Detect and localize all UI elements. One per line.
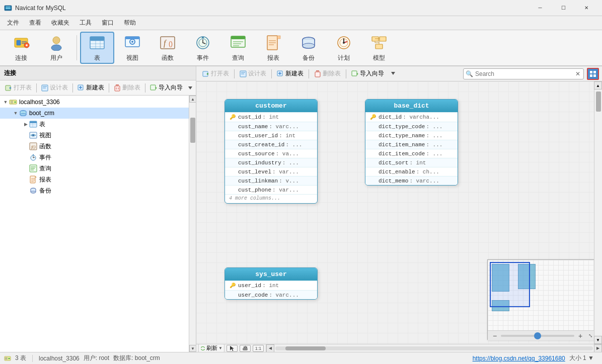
maximize-button[interactable]: ☐ (552, 0, 575, 16)
content-import-wizard[interactable]: 导入向导 (348, 68, 387, 79)
key-icon: 🔑 (229, 114, 236, 121)
cursor-tool[interactable] (227, 345, 238, 352)
horizontal-scrollbar[interactable]: 刷新 ▼ 1:1 ◀ (196, 344, 602, 352)
sidebar-scroll-up[interactable]: ▲ (189, 96, 196, 103)
svg-rect-22 (125, 37, 139, 39)
toolbar-user-button[interactable]: 用户 (39, 32, 73, 64)
field-cust-id: 🔑 cust_id : int (225, 112, 317, 122)
field-name: dict_type_name (379, 133, 425, 139)
fit-tool[interactable]: 1:1 (253, 345, 264, 352)
more-button[interactable] (187, 84, 194, 92)
sidebar-scrollbar[interactable]: ▲ ▼ (189, 96, 196, 352)
content-open-table[interactable]: 打开表 (199, 68, 232, 79)
field-name: cust_linkman (238, 178, 278, 184)
sidebar-scroll-down[interactable]: ▼ (189, 345, 196, 352)
minimap-expand-button[interactable]: ⤡ (586, 332, 594, 340)
svg-rect-122 (243, 348, 248, 350)
content-delete-table[interactable]: 删除表 (311, 68, 344, 79)
toolbar-view-button[interactable]: 视图 (115, 32, 149, 64)
close-button[interactable]: ✕ (575, 0, 598, 16)
minimap: − + ⤡ (487, 259, 598, 340)
expand-arrow-reports (22, 176, 29, 183)
query-label: 查询 (232, 54, 244, 62)
new-table-button[interactable]: 新建表 (74, 82, 107, 93)
import-wizard-button[interactable]: 导入向导 (147, 82, 186, 93)
hscroll-right[interactable]: ▶ (594, 344, 602, 352)
diagram-vscroll-track (594, 89, 602, 336)
zoom-in-button[interactable]: + (576, 332, 584, 340)
field-cust-phone: cust_phone : var... (225, 185, 317, 194)
status-link[interactable]: https://blog.csdn.net/qq_33961680 (473, 355, 565, 362)
field-dict-enable: dict_enable : ch... (365, 167, 458, 176)
toolbar-function-button[interactable]: f () 函数 (150, 32, 185, 64)
tree-item-events[interactable]: 事件 (0, 152, 189, 163)
content-more-button[interactable] (390, 70, 396, 77)
diagram-vscroll-up[interactable]: ▲ (594, 81, 602, 89)
field-type: : var... (272, 169, 299, 175)
hscroll-left[interactable]: ◀ (266, 344, 274, 352)
toolbar-connect-button[interactable]: 连接 (4, 32, 38, 64)
diagram-area[interactable]: customer 🔑 cust_id : int cust_name : var… (196, 81, 602, 344)
tree-item-tables[interactable]: ▶ 表 (0, 119, 189, 130)
operations-toolbar: 打开表 设计表 新建表 (0, 80, 196, 96)
diagram-vscroll-down[interactable]: ▼ (594, 336, 602, 344)
zoom-slider[interactable] (501, 335, 574, 337)
event-icon (194, 34, 212, 52)
hand-tool[interactable] (240, 345, 251, 352)
content-new-table[interactable]: 新建表 (274, 68, 307, 79)
toolbar-model-button[interactable]: 模型 (362, 32, 396, 64)
toolbar-backup-button[interactable]: 备份 (291, 32, 326, 64)
minimize-button[interactable]: ─ (529, 0, 552, 16)
mini-viewport (490, 262, 530, 307)
svg-rect-114 (590, 71, 592, 73)
design-table-button[interactable]: 设计表 (38, 82, 71, 93)
field-dict-sort: dict_sort : int (365, 158, 458, 167)
table-card-base-dict[interactable]: base_dict 🔑 dict_id : varcha... dict_typ… (365, 99, 458, 186)
tree-item-views[interactable]: 视图 (0, 130, 189, 141)
menu-item-file[interactable]: 文件 (2, 17, 24, 29)
zoom-out-button[interactable]: − (491, 332, 499, 340)
sidebar-header: 连接 (4, 69, 16, 77)
field-name: dict_item_code (379, 151, 425, 157)
tree-item-queries[interactable]: 查询 (0, 163, 189, 174)
refresh-button[interactable]: 刷新 ▼ (198, 344, 224, 352)
tree-item-functions[interactable]: f() 函数 (0, 141, 189, 152)
open-table-button[interactable]: 打开表 (2, 82, 35, 93)
toolbar-report-button[interactable]: 报表 (256, 32, 290, 64)
views-icon (29, 131, 37, 139)
tree-item-localhost[interactable]: ▼ localhost_3306 (0, 97, 189, 108)
menu-item-window[interactable]: 窗口 (97, 17, 119, 29)
zoom-label[interactable]: 大小 1 ▼ (569, 354, 594, 362)
delete-table-button[interactable]: 删除表 (111, 82, 143, 93)
tree-item-backups[interactable]: 备份 (0, 185, 189, 196)
tree-item-reports[interactable]: 报表 (0, 174, 189, 185)
table-card-sys-user[interactable]: sys_user 🔑 user_id : int user_code : var… (224, 267, 318, 300)
svg-rect-64 (115, 86, 120, 91)
field-type: : varc... (409, 178, 439, 184)
menu-item-view[interactable]: 查看 (24, 17, 46, 29)
content-wrapper: 打开表 设计表 新建表 (196, 66, 602, 352)
content-design-table[interactable]: 设计表 (237, 68, 269, 79)
search-clear-button[interactable]: ✕ (575, 70, 580, 77)
tables-icon (29, 120, 37, 128)
toolbar-plan-button[interactable]: 计划 (327, 32, 361, 64)
tables-label: 表 (39, 120, 45, 129)
toolbar-table-button[interactable]: 表 (80, 32, 114, 64)
menu-item-favorites[interactable]: 收藏夹 (46, 17, 74, 29)
hscroll-track[interactable] (275, 346, 593, 350)
functions-icon: f() (29, 142, 37, 150)
field-type: : va... (276, 151, 299, 157)
table-card-customer[interactable]: customer 🔑 cust_id : int cust_name : var… (224, 99, 318, 204)
cursor-icon (230, 345, 235, 351)
grid-view-button[interactable] (587, 68, 599, 80)
tree-item-boot-crm[interactable]: ▼ boot_crm (0, 108, 189, 119)
field-type: : ... (426, 124, 442, 130)
boot-crm-label: boot_crm (29, 110, 54, 117)
toolbar-query-button[interactable]: 查询 (221, 32, 255, 64)
menu-item-help[interactable]: 帮助 (119, 17, 141, 29)
toolbar-event-button[interactable]: 事件 (186, 32, 220, 64)
search-input[interactable] (475, 70, 574, 77)
refresh-dropdown[interactable]: ▼ (218, 346, 222, 350)
diagram-wrapper: customer 🔑 cust_id : int cust_name : var… (196, 81, 602, 344)
menu-item-tools[interactable]: 工具 (74, 17, 97, 29)
